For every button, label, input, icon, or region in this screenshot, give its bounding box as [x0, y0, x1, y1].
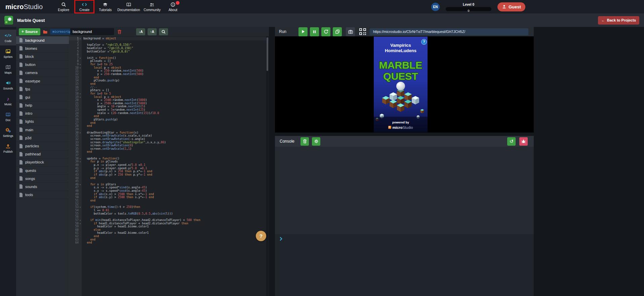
editor-code-area[interactable]: background = object topColor = "rgb(15,0…: [82, 36, 269, 296]
svg-text:microStudio: microStudio: [392, 125, 413, 130]
file-item[interactable]: pathhead: [16, 150, 69, 158]
app-logo[interactable]: microStudio: [5, 3, 43, 11]
run-toolbar: Run: [275, 27, 534, 36]
file-item[interactable]: button: [16, 61, 69, 69]
file-icon: [19, 71, 23, 75]
file-item[interactable]: sounds: [16, 183, 69, 191]
file-item[interactable]: p3d: [16, 134, 69, 142]
sidebar-item-sprites[interactable]: Sprites: [0, 45, 16, 61]
add-source-button[interactable]: + Source: [19, 28, 40, 35]
clear-console-button[interactable]: [300, 137, 309, 146]
scrollbar-thumb[interactable]: [267, 37, 268, 71]
play-button[interactable]: [298, 27, 308, 36]
sidebar-item-code[interactable]: </> Code: [0, 30, 16, 45]
file-search-input[interactable]: [70, 28, 114, 35]
add-source-label: Source: [25, 30, 38, 34]
microstudio-app: microStudio Explore Create Tutorials Doc…: [0, 0, 644, 296]
file-item[interactable]: quests: [16, 166, 69, 175]
nav-item-tutorials[interactable]: Tutorials: [96, 0, 114, 13]
code-editor[interactable]: 1▾234567▾89▾10▾1112131415161718▾19▾20212…: [69, 36, 269, 296]
poster-footer: [374, 117, 428, 132]
source-toolbar: + Source microscript ↓A ↑A: [16, 27, 269, 36]
file-item[interactable]: background: [16, 36, 69, 44]
book-icon: [5, 112, 11, 117]
layers-button[interactable]: [333, 27, 342, 36]
sort-descending-button[interactable]: ↓A: [136, 28, 145, 35]
search-button[interactable]: [159, 28, 168, 35]
nav-item-create[interactable]: Create: [76, 0, 93, 13]
search-controls: ↓A ↑A: [69, 28, 269, 35]
clear-search-button[interactable]: [116, 28, 123, 35]
file-item[interactable]: intro: [16, 110, 69, 118]
info-icon: [170, 2, 175, 7]
music-note-icon: ♪: [7, 96, 9, 102]
file-item[interactable]: gui: [16, 93, 69, 101]
help-button[interactable]: ?: [256, 231, 266, 241]
sidebar-item-doc[interactable]: Doc: [0, 109, 16, 124]
speaker-icon: [5, 80, 11, 86]
code-icon: </>: [5, 33, 11, 38]
folder-button[interactable]: [42, 28, 48, 35]
notification-dot: [176, 1, 179, 5]
file-item[interactable]: particles: [16, 142, 69, 150]
console-settings-button[interactable]: [312, 137, 320, 146]
sidebar-item-publish[interactable]: Publish: [0, 140, 16, 156]
poster-author-2: HomineLudens: [385, 48, 416, 53]
file-item[interactable]: playerblock: [16, 158, 69, 166]
file-name: gui: [25, 95, 30, 99]
editor-scrollbar[interactable]: [266, 36, 269, 296]
debug-button[interactable]: [519, 137, 528, 146]
file-name: tools: [25, 193, 33, 197]
sidebar-item-maps[interactable]: Maps: [0, 61, 16, 77]
bug-icon: [521, 139, 526, 144]
powered-by-label: powered by: [392, 121, 409, 124]
back-to-projects-button[interactable]: ← Back to Projects: [598, 16, 639, 25]
back-label: Back to Projects: [607, 18, 636, 22]
sidebar-item-music[interactable]: ♪ Music: [0, 93, 16, 109]
nav-item-documentation[interactable]: Documentation: [117, 0, 140, 13]
file-item[interactable]: tools: [16, 191, 69, 199]
sidebar-item-sounds[interactable]: Sounds: [0, 77, 16, 93]
book-icon: [126, 2, 131, 7]
file-item[interactable]: main: [16, 126, 69, 134]
sort-ascending-button[interactable]: ↑A: [148, 28, 157, 35]
file-icon: [19, 168, 23, 173]
console-prompt-row[interactable]: [275, 234, 534, 244]
file-name: p3d: [25, 136, 31, 140]
file-name: help: [25, 103, 32, 107]
navbar-right: EN Level 0 0 Guest: [431, 0, 525, 13]
graduation-cap-icon: [103, 2, 108, 7]
nav-item-explore[interactable]: Explore: [55, 0, 72, 13]
file-item[interactable]: block: [16, 52, 69, 61]
game-preview[interactable]: Vampirics HomineLudens MARBLE QUEST powe…: [275, 36, 534, 133]
file-item[interactable]: easetype: [16, 77, 69, 85]
file-item[interactable]: fps: [16, 85, 69, 93]
preview-help-button[interactable]: ?: [421, 39, 427, 45]
project-title: Marble Quest: [17, 18, 45, 23]
nav-item-about[interactable]: About: [164, 0, 182, 13]
nav-item-community[interactable]: Community: [143, 0, 161, 13]
history-button[interactable]: ↺: [507, 137, 516, 146]
pause-button[interactable]: [310, 27, 319, 36]
source-controls: + Source microscript: [16, 28, 69, 35]
trash-icon: [303, 139, 307, 144]
gear-icon: [314, 139, 319, 144]
sidebar-item-settings[interactable]: Settings: [0, 124, 16, 140]
guest-button[interactable]: Guest: [497, 2, 525, 11]
file-item[interactable]: lights: [16, 118, 69, 126]
poster-title-1: MARBLE: [379, 60, 422, 71]
file-icon: [19, 160, 23, 164]
reload-button[interactable]: [321, 27, 330, 36]
sidebar-label: Music: [4, 103, 12, 106]
back-arrow-icon: ←: [601, 18, 605, 22]
qr-code-button[interactable]: [359, 28, 366, 35]
file-item[interactable]: biomes: [16, 44, 69, 52]
file-item[interactable]: songs: [16, 175, 69, 183]
screenshot-button[interactable]: [346, 27, 355, 36]
language-badge[interactable]: EN: [431, 3, 440, 11]
file-item[interactable]: help: [16, 102, 69, 110]
console-input-area[interactable]: [275, 234, 534, 296]
run-label: Run: [279, 29, 286, 34]
project-url-input[interactable]: [370, 28, 528, 35]
file-item[interactable]: camera: [16, 69, 69, 77]
